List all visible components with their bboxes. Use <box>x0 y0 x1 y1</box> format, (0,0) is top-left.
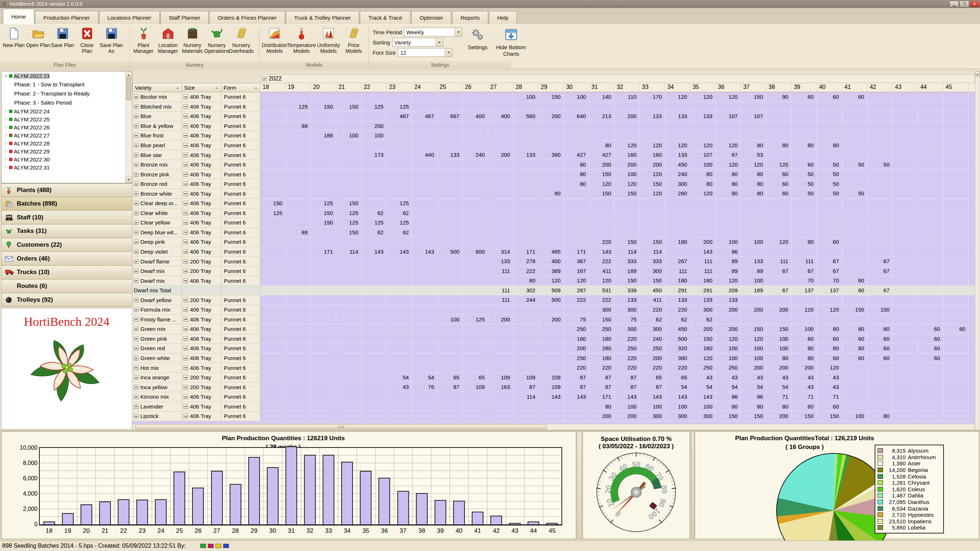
quantity-cell[interactable]: 150 <box>336 198 361 208</box>
quantity-cell[interactable]: 89 <box>716 257 741 267</box>
quantity-cell[interactable] <box>311 334 336 344</box>
quantity-cell[interactable]: 389 <box>538 267 564 276</box>
quantity-cell[interactable] <box>438 121 463 131</box>
quantity-cell[interactable] <box>943 392 969 402</box>
quantity-cell[interactable] <box>867 237 892 247</box>
quantity-cell[interactable] <box>488 363 513 373</box>
quantity-cell[interactable]: 54 <box>716 382 741 392</box>
quantity-cell[interactable] <box>614 198 640 208</box>
quantity-cell[interactable] <box>918 237 943 247</box>
quantity-cell[interactable] <box>614 208 640 218</box>
quantity-cell[interactable]: 87 <box>589 382 614 392</box>
quantity-cell[interactable] <box>893 150 918 160</box>
quantity-cell[interactable]: 200 <box>766 411 792 421</box>
quantity-cell[interactable] <box>412 218 437 228</box>
quantity-cell[interactable]: 75 <box>614 315 640 325</box>
quantity-cell[interactable] <box>311 305 336 315</box>
quantity-cell[interactable] <box>412 315 437 325</box>
form-cell[interactable]: Punnet 6 <box>221 228 260 238</box>
quantity-cell[interactable] <box>690 228 716 238</box>
quantity-cell[interactable]: 125 <box>387 218 412 228</box>
quantity-cell[interactable] <box>285 237 310 247</box>
quantity-cell[interactable]: 200 <box>741 363 766 373</box>
quantity-cell[interactable] <box>690 198 716 208</box>
quantity-cell[interactable] <box>918 247 943 257</box>
variety-cell[interactable]: Green white <box>132 354 182 363</box>
quantity-cell[interactable]: 54 <box>690 382 716 392</box>
quantity-cell[interactable]: 114 <box>336 247 361 257</box>
quantity-cell[interactable] <box>893 305 918 315</box>
quantity-cell[interactable]: 65 <box>463 373 488 383</box>
quantity-cell[interactable] <box>538 141 564 151</box>
quantity-cell[interactable]: 220 <box>640 305 665 315</box>
quantity-cell[interactable]: 200 <box>766 363 792 373</box>
quantity-cell[interactable]: 111 <box>690 267 716 276</box>
quantity-cell[interactable]: 222 <box>513 267 538 276</box>
quantity-cell[interactable]: 60 <box>792 334 817 344</box>
quantity-cell[interactable] <box>285 286 310 295</box>
quantity-cell[interactable]: 133 <box>614 295 640 305</box>
quantity-cell[interactable] <box>412 131 437 141</box>
quantity-cell[interactable] <box>893 170 918 179</box>
quantity-cell[interactable] <box>665 218 690 228</box>
quantity-cell[interactable]: 43 <box>741 373 766 383</box>
form-cell[interactable]: Punnet 6 <box>221 208 260 218</box>
settings-button[interactable]: Settings <box>463 27 492 51</box>
quantity-cell[interactable]: 67 <box>817 267 842 276</box>
size-cell[interactable]: 200 Tray <box>182 382 221 392</box>
quantity-cell[interactable] <box>488 228 513 238</box>
variety-cell[interactable]: Dwarf mix Total <box>132 286 182 295</box>
quantity-cell[interactable]: 43 <box>716 373 741 383</box>
week-header-30[interactable]: 30 <box>564 83 589 92</box>
quantity-cell[interactable]: 50 <box>842 160 867 170</box>
form-cell[interactable]: Punnet 6 <box>221 131 260 141</box>
quantity-cell[interactable]: 120 <box>538 276 564 286</box>
size-cell[interactable]: 406 Tray <box>182 344 221 354</box>
quantity-cell[interactable] <box>513 170 538 179</box>
quantity-cell[interactable] <box>893 392 918 402</box>
quantity-cell[interactable] <box>463 392 488 402</box>
quantity-cell[interactable] <box>412 402 437 412</box>
quantity-cell[interactable] <box>538 218 564 228</box>
quantity-cell[interactable]: 100 <box>690 160 716 170</box>
size-cell[interactable]: 406 Tray <box>182 218 221 228</box>
quantity-cell[interactable]: 467 <box>412 111 437 121</box>
quantity-cell[interactable]: 213 <box>589 111 614 121</box>
quantity-cell[interactable]: 400 <box>463 111 488 121</box>
quantity-cell[interactable] <box>918 295 943 305</box>
quantity-cell[interactable]: 640 <box>564 111 589 121</box>
quantity-cell[interactable] <box>867 402 892 412</box>
size-cell[interactable]: 200 Tray <box>182 257 221 267</box>
quantity-cell[interactable] <box>438 354 463 363</box>
quantity-cell[interactable] <box>412 334 437 344</box>
quantity-cell[interactable] <box>943 141 969 151</box>
quantity-cell[interactable]: 65 <box>665 373 690 383</box>
quantity-cell[interactable] <box>285 150 310 160</box>
quantity-cell[interactable]: 111 <box>766 257 792 267</box>
quantity-cell[interactable]: 220 <box>614 354 640 363</box>
quantity-cell[interactable]: 240 <box>640 334 665 344</box>
quantity-cell[interactable] <box>918 402 943 412</box>
quantity-cell[interactable] <box>741 295 766 305</box>
quantity-cell[interactable] <box>463 170 488 179</box>
quantity-cell[interactable]: 87 <box>564 373 589 383</box>
quantity-cell[interactable] <box>260 170 285 179</box>
quantity-cell[interactable] <box>336 392 361 402</box>
quantity-cell[interactable] <box>463 198 488 208</box>
quantity-cell[interactable] <box>362 315 387 325</box>
quantity-cell[interactable] <box>285 315 310 325</box>
tree-item[interactable]: ›ALYM:2022:29 <box>2 147 126 155</box>
quantity-cell[interactable] <box>665 228 690 238</box>
variety-cell[interactable]: Deep violet <box>132 247 182 257</box>
quantity-cell[interactable] <box>589 228 614 238</box>
location-manager-button[interactable]: Location Manager <box>156 26 180 54</box>
quantity-cell[interactable] <box>943 373 969 383</box>
quantity-cell[interactable] <box>589 198 614 208</box>
quantity-cell[interactable]: 43 <box>792 382 817 392</box>
quantity-cell[interactable]: 67 <box>867 267 892 276</box>
quantity-cell[interactable] <box>943 247 969 257</box>
quantity-cell[interactable] <box>918 373 943 383</box>
quantity-cell[interactable] <box>918 411 943 421</box>
quantity-cell[interactable]: 80 <box>867 411 892 421</box>
quantity-cell[interactable]: 200 <box>614 111 640 121</box>
